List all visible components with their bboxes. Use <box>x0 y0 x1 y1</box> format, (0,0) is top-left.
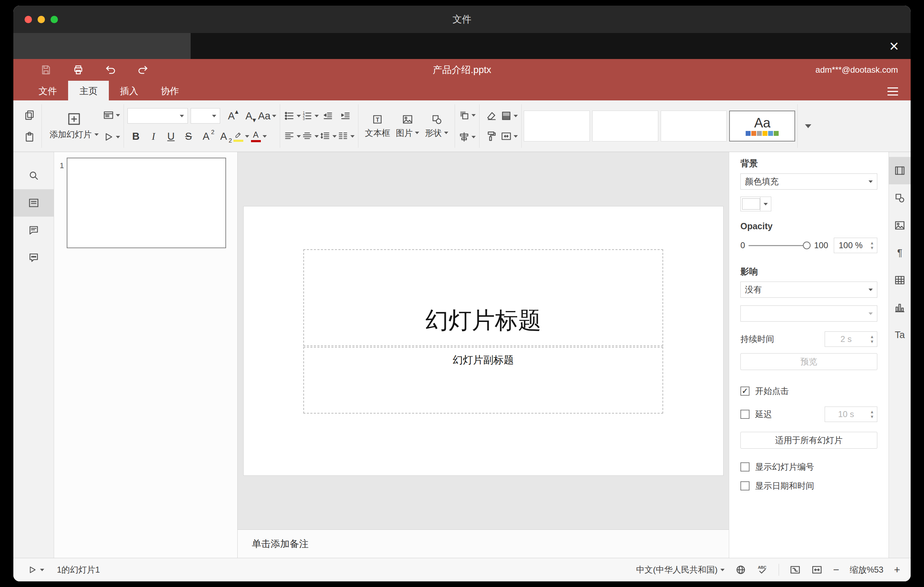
zoom-in-button[interactable]: + <box>894 564 900 575</box>
panel-shape-settings-button[interactable] <box>889 184 911 212</box>
line-spacing-button[interactable] <box>320 127 337 145</box>
redo-button[interactable] <box>135 63 150 77</box>
align-objects-button[interactable] <box>459 128 476 146</box>
start-slideshow-toolbar-button[interactable] <box>103 128 120 146</box>
close-preview-button[interactable]: × <box>889 38 899 54</box>
effect-type-select[interactable] <box>741 305 877 322</box>
save-button[interactable] <box>39 63 53 77</box>
theme-item[interactable] <box>524 110 590 142</box>
menu-icon[interactable] <box>888 87 898 96</box>
font-name-select[interactable] <box>127 108 188 124</box>
subtitle-placeholder[interactable]: 幻灯片副标题 <box>303 347 663 414</box>
panel-chart-settings-button[interactable] <box>889 294 911 321</box>
panel-table-settings-button[interactable] <box>889 267 911 294</box>
panel-slide-settings-button[interactable] <box>889 157 911 184</box>
arrange-shape-button[interactable] <box>459 106 476 124</box>
decrease-indent-button[interactable] <box>320 107 336 125</box>
paste-button[interactable] <box>21 128 38 146</box>
clear-style-button[interactable] <box>483 107 500 125</box>
slide-thumbnail[interactable] <box>67 158 226 248</box>
theme-gallery-expand-button[interactable] <box>798 104 819 148</box>
spinner-arrows[interactable]: ▲▼ <box>867 410 877 419</box>
columns-button[interactable] <box>337 127 355 145</box>
ribbon-tabs: 文件 主页 插入 协作 <box>27 81 190 101</box>
panel-paragraph-settings-button[interactable]: ¶ <box>889 239 911 267</box>
delay-checkbox[interactable] <box>741 410 749 419</box>
language-select[interactable]: 中文(中华人民共和国) <box>636 564 724 575</box>
show-date-time-checkbox[interactable] <box>741 481 749 490</box>
highlight-color-button[interactable] <box>233 127 249 145</box>
slide-canvas[interactable]: 幻灯片标题 幻灯片副标题 <box>238 152 729 529</box>
slide-size-button[interactable] <box>501 127 518 145</box>
theme-item[interactable] <box>661 110 727 142</box>
fullscreen-window-button[interactable] <box>51 16 58 23</box>
subscript-button[interactable]: A2 <box>215 127 232 145</box>
align-button[interactable] <box>284 127 301 145</box>
font-size-select[interactable] <box>191 108 220 124</box>
increase-font-button[interactable]: A▲ <box>223 107 240 125</box>
slide-layout-button[interactable] <box>103 106 120 124</box>
underline-button[interactable]: U <box>163 127 180 145</box>
swatch-dropdown-button[interactable] <box>760 197 771 211</box>
decrease-font-button[interactable]: A▼ <box>241 107 257 125</box>
theme-item[interactable] <box>592 110 658 142</box>
increase-indent-button[interactable] <box>337 107 354 125</box>
copy-style-button[interactable] <box>483 127 500 145</box>
background-color-swatch[interactable] <box>741 196 771 211</box>
panel-textart-settings-button[interactable]: Ta <box>889 321 911 349</box>
change-case-button[interactable]: Aa <box>258 107 276 125</box>
spinner-arrows[interactable]: ▲▼ <box>867 335 877 344</box>
color-scheme-button[interactable] <box>501 107 518 125</box>
bullets-button[interactable] <box>284 107 301 125</box>
panel-image-settings-button[interactable] <box>889 212 911 239</box>
effect-select[interactable]: 没有 <box>741 282 877 298</box>
bold-button[interactable]: B <box>127 127 144 145</box>
apply-all-slides-button[interactable]: 适用于所有幻灯片 <box>741 432 877 448</box>
italic-button[interactable]: I <box>145 127 162 145</box>
print-button[interactable] <box>71 63 86 77</box>
opacity-spinner[interactable]: 100 % ▲▼ <box>834 238 877 253</box>
duration-spinner[interactable]: 2 s ▲▼ <box>825 331 877 347</box>
font-color-button[interactable]: A <box>250 127 267 145</box>
spinner-arrows[interactable]: ▲▼ <box>867 241 877 250</box>
opacity-slider[interactable] <box>749 245 810 246</box>
minimize-window-button[interactable] <box>38 16 45 23</box>
fit-width-button[interactable] <box>811 564 823 575</box>
start-slideshow-button[interactable] <box>24 564 48 576</box>
title-placeholder[interactable]: 幻灯片标题 <box>303 249 663 346</box>
copy-button[interactable] <box>21 106 38 124</box>
start-on-click-checkbox[interactable]: ✓ <box>741 386 749 396</box>
preview-button[interactable]: 预览 <box>741 353 877 370</box>
add-slide-button[interactable]: 添加幻灯片 <box>45 112 103 140</box>
numbering-button[interactable]: 123 <box>302 107 319 125</box>
theme-item-selected[interactable]: Aa <box>729 110 795 142</box>
close-window-button[interactable] <box>25 16 32 23</box>
opacity-slider-knob[interactable] <box>803 242 810 249</box>
strikethrough-button[interactable]: S <box>180 127 197 145</box>
insert-shape-button[interactable]: 形状 <box>422 114 451 139</box>
tab-insert[interactable]: 插入 <box>109 81 150 101</box>
slide-surface[interactable]: 幻灯片标题 幻灯片副标题 <box>244 206 723 475</box>
insert-textbox-button[interactable]: T 文本框 <box>362 114 393 139</box>
status-bar: 1的幻灯片1 中文(中华人民共和国) ABC − 缩放%53 <box>13 558 911 581</box>
sidebar-feedback-button[interactable] <box>13 244 54 271</box>
vertical-align-button[interactable] <box>302 127 319 145</box>
zoom-out-button[interactable]: − <box>833 564 840 575</box>
spellcheck-toggle[interactable]: ABC <box>757 564 768 575</box>
sidebar-comments-button[interactable] <box>13 217 54 244</box>
undo-button[interactable] <box>103 63 118 77</box>
tab-home[interactable]: 主页 <box>68 81 109 101</box>
sidebar-search-button[interactable] <box>13 162 54 189</box>
fit-slide-button[interactable] <box>790 564 801 575</box>
insert-image-button[interactable]: 图片 <box>393 114 422 139</box>
delay-spinner[interactable]: 10 s ▲▼ <box>825 407 877 422</box>
zoom-label[interactable]: 缩放%53 <box>850 564 883 575</box>
document-language-button[interactable] <box>735 564 746 575</box>
show-slide-number-checkbox[interactable] <box>741 462 749 472</box>
superscript-button[interactable]: A2 <box>198 127 214 145</box>
background-fill-select[interactable]: 颜色填充 <box>741 173 877 190</box>
tab-collaboration[interactable]: 协作 <box>150 81 190 101</box>
sidebar-slides-button[interactable] <box>13 189 54 217</box>
notes-area[interactable]: 单击添加备注 <box>238 529 729 558</box>
tab-file[interactable]: 文件 <box>27 81 68 101</box>
